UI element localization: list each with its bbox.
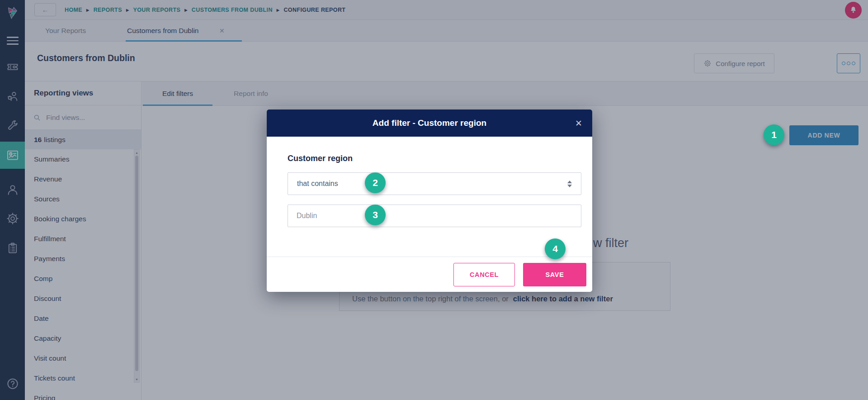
modal-title: Add filter - Customer region	[373, 118, 486, 128]
add-filter-modal: Add filter - Customer region ✕ Customer …	[267, 110, 592, 292]
app-window: ← HOME ▶ REPORTS ▶ YOUR REPORTS ▶ CUSTOM…	[0, 0, 868, 400]
operator-select[interactable]: that contains	[288, 172, 581, 195]
operator-value: that contains	[297, 180, 338, 188]
step-badge-3: 3	[365, 205, 386, 225]
save-button[interactable]: SAVE	[523, 263, 586, 286]
step-badge-4: 4	[545, 238, 566, 259]
select-arrows-icon	[567, 181, 572, 187]
step-badge-1: 1	[764, 124, 784, 145]
cancel-button[interactable]: CANCEL	[453, 263, 515, 286]
field-label: Customer region	[288, 154, 353, 163]
step-badge-2: 2	[365, 172, 386, 193]
modal-footer: CANCEL SAVE	[267, 257, 592, 292]
modal-header: Add filter - Customer region ✕	[267, 110, 592, 137]
filter-value-input[interactable]	[288, 205, 581, 227]
close-icon[interactable]: ✕	[575, 110, 582, 137]
